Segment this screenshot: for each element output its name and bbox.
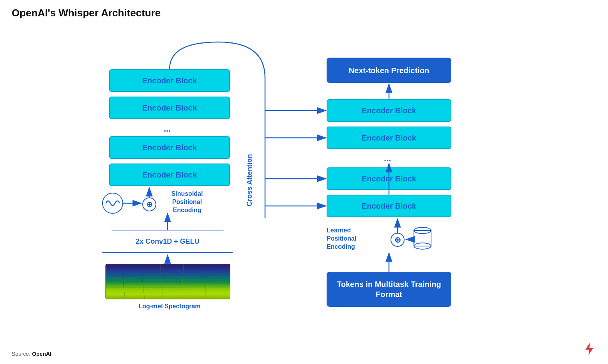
next-token-prediction: Next-token Prediction xyxy=(327,58,451,83)
dots-right: ... xyxy=(384,153,391,164)
source-bold: OpenAI xyxy=(32,351,51,357)
cross-attention-label: Cross Attention xyxy=(246,136,254,206)
source-text: Source: OpenAI xyxy=(12,351,51,357)
decoder-block-1: Encoder Block xyxy=(327,99,451,122)
source-label: Source: xyxy=(12,351,30,357)
decoder-block-4: Encoder Block xyxy=(327,195,451,217)
dots-left-top: ... xyxy=(164,124,171,134)
spectrogram-label: Log-mel Spectogram xyxy=(111,303,228,310)
arrows-overlay xyxy=(0,0,608,364)
tokens-block: Tokens in Multitask Training Format xyxy=(327,272,451,307)
encoder-block-left-1: Encoder Block xyxy=(109,69,230,92)
database-icon xyxy=(412,227,433,252)
openai-logo-icon xyxy=(582,342,596,359)
conv-block: 2x Conv1D + GELU xyxy=(101,230,234,253)
encoder-block-left-3: Encoder Block xyxy=(109,136,230,159)
encoder-block-left-2: Encoder Block xyxy=(109,97,230,119)
learned-label: LearnedPositionalEncoding xyxy=(327,227,389,251)
plus-circle-sinusoidal: ⊕ xyxy=(142,197,156,211)
sine-wave-circle xyxy=(102,193,123,214)
page-title: OpenAI's Whisper Architecture xyxy=(12,7,161,19)
plus-circle-learned: ⊕ xyxy=(391,233,405,247)
sinusoidal-label: SinusoidalPositionalEncoding xyxy=(156,190,218,214)
encoder-block-left-4: Encoder Block xyxy=(109,164,230,186)
decoder-block-3: Encoder Block xyxy=(327,167,451,190)
svg-marker-33 xyxy=(585,343,593,355)
decoder-block-2: Encoder Block xyxy=(327,127,451,149)
spectrogram xyxy=(105,264,230,299)
